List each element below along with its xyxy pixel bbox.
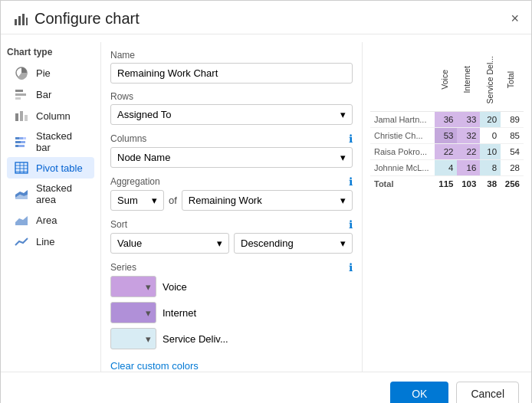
- sidebar-item-pie[interactable]: Pie: [7, 62, 94, 84]
- series-color-2[interactable]: ▾: [110, 328, 156, 349]
- stacked-area-label: Stacked area: [36, 182, 88, 205]
- sort-label: Sort: [110, 219, 127, 230]
- stacked-bar-icon: [13, 135, 30, 149]
- configure-chart-dialog: Configure chart × Chart type Pie: [0, 0, 532, 403]
- cell-0-2: 20: [480, 112, 501, 128]
- aggregation-info-icon: ℹ: [349, 175, 353, 188]
- columns-info-icon: ℹ: [349, 133, 353, 145]
- total-label: Total: [370, 176, 435, 192]
- dialog-title: Configure chart: [34, 10, 140, 28]
- svg-rect-7: [15, 97, 21, 100]
- sidebar-item-stacked-area[interactable]: Stacked area: [7, 179, 94, 209]
- cell-2-3: 54: [501, 144, 524, 160]
- totals-row: Total 115 103 38 256: [370, 176, 524, 192]
- columns-value: Node Name: [117, 152, 170, 163]
- pivot-header-voice: Voice: [435, 48, 458, 112]
- cell-0-1: 33: [457, 112, 480, 128]
- config-panel: Name Rows Assigned To ▾ Columns ℹ Node N…: [100, 42, 363, 372]
- svg-rect-11: [15, 137, 19, 139]
- sort-by-chevron-icon: ▾: [217, 238, 222, 249]
- svg-rect-17: [18, 145, 25, 147]
- dialog-header: Configure chart ×: [1, 1, 531, 34]
- sort-order-value: Descending: [241, 238, 294, 249]
- total-2: 38: [480, 176, 501, 192]
- rows-label: Rows: [110, 91, 353, 102]
- svg-rect-3: [26, 18, 28, 25]
- pivot-header-empty: [370, 48, 435, 112]
- svg-rect-0: [15, 19, 17, 25]
- chart-type-label: Chart type: [7, 47, 94, 57]
- aggregation-func-select[interactable]: Sum ▾: [110, 190, 164, 211]
- sidebar-item-line[interactable]: Line: [7, 231, 94, 252]
- sort-order-chevron-icon: ▾: [340, 238, 346, 249]
- area-label: Area: [36, 215, 57, 226]
- cancel-button[interactable]: Cancel: [456, 382, 519, 403]
- svg-rect-15: [21, 141, 25, 143]
- ok-button[interactable]: OK: [390, 382, 448, 403]
- column-icon: [13, 109, 30, 123]
- series-color-1-chevron: ▾: [146, 307, 151, 319]
- columns-select[interactable]: Node Name ▾: [110, 147, 353, 168]
- dialog-footer: OK Cancel: [1, 372, 531, 403]
- cell-2-0: 22: [435, 144, 458, 160]
- series-info-icon: ℹ: [349, 261, 353, 274]
- line-label: Line: [36, 236, 55, 247]
- cell-3-2: 8: [480, 160, 501, 176]
- sidebar-item-pivot-table[interactable]: Pivot table: [7, 157, 94, 179]
- close-button[interactable]: ×: [507, 8, 522, 28]
- table-row: Raisa Pokro... 22 22 10 54: [370, 144, 524, 160]
- svg-rect-13: [23, 137, 26, 139]
- cell-1-3: 85: [501, 128, 524, 144]
- series-color-1[interactable]: ▾: [110, 302, 156, 323]
- series-color-0[interactable]: ▾: [110, 276, 156, 297]
- pivot-header-total: Total: [501, 48, 524, 112]
- aggregation-row: Sum ▾ of Remaining Work ▾: [110, 190, 353, 211]
- sidebar-item-bar[interactable]: Bar: [7, 84, 94, 105]
- sort-by-select[interactable]: Value ▾: [110, 233, 229, 254]
- series-color-0-chevron: ▾: [146, 281, 151, 293]
- sidebar-item-column[interactable]: Column: [7, 105, 94, 126]
- pivot-table: Voice Internet Service Del... Total: [370, 48, 524, 192]
- svg-rect-10: [25, 115, 28, 121]
- pivot-header-internet: Internet: [457, 48, 480, 112]
- series-label: Series: [110, 262, 136, 273]
- chart-type-panel: Chart type Pie: [1, 42, 100, 372]
- row-label-0: Jamal Hartn...: [370, 112, 435, 128]
- name-input[interactable]: [110, 63, 353, 84]
- pivot-table-label: Pivot table: [36, 162, 83, 174]
- dialog-body: Chart type Pie: [1, 34, 531, 372]
- bar-icon: [13, 87, 30, 101]
- series-name-2: Service Deliv...: [163, 333, 228, 345]
- row-label-2: Raisa Pokro...: [370, 144, 435, 160]
- table-row: Christie Ch... 53 32 0 85: [370, 128, 524, 144]
- row-label-1: Christie Ch...: [370, 128, 435, 144]
- series-name-1: Internet: [163, 307, 196, 319]
- aggregation-func-value: Sum: [117, 195, 138, 206]
- preview-panel: Voice Internet Service Del... Total: [363, 42, 531, 372]
- svg-rect-12: [19, 137, 23, 139]
- svg-rect-9: [20, 111, 23, 121]
- sidebar-item-stacked-bar[interactable]: Stacked bar: [7, 126, 94, 157]
- bar-label: Bar: [36, 89, 51, 100]
- chart-icon: [13, 11, 28, 27]
- total-0: 115: [435, 176, 458, 192]
- svg-rect-14: [15, 141, 21, 143]
- series-item-2: ▾ Service Deliv...: [110, 328, 353, 349]
- table-row: Jamal Hartn... 36 33 20 89: [370, 112, 524, 128]
- total-3: 256: [501, 176, 524, 192]
- series-item-1: ▾ Internet: [110, 302, 353, 323]
- aggregation-field-chevron-icon: ▾: [340, 195, 346, 206]
- cell-2-2: 10: [480, 144, 501, 160]
- sidebar-item-area[interactable]: Area: [7, 209, 94, 231]
- sort-info-icon: ℹ: [349, 218, 353, 231]
- cell-2-1: 22: [457, 144, 480, 160]
- sort-order-select[interactable]: Descending ▾: [234, 233, 353, 254]
- clear-custom-colors-link[interactable]: Clear custom colors: [110, 360, 199, 372]
- aggregation-field-select[interactable]: Remaining Work ▾: [182, 190, 353, 211]
- series-item-0: ▾ Voice: [110, 276, 353, 297]
- cell-0-0: 36: [435, 112, 458, 128]
- cell-3-3: 28: [501, 160, 524, 176]
- line-icon: [13, 234, 30, 248]
- total-1: 103: [457, 176, 480, 192]
- rows-select[interactable]: Assigned To ▾: [110, 104, 353, 125]
